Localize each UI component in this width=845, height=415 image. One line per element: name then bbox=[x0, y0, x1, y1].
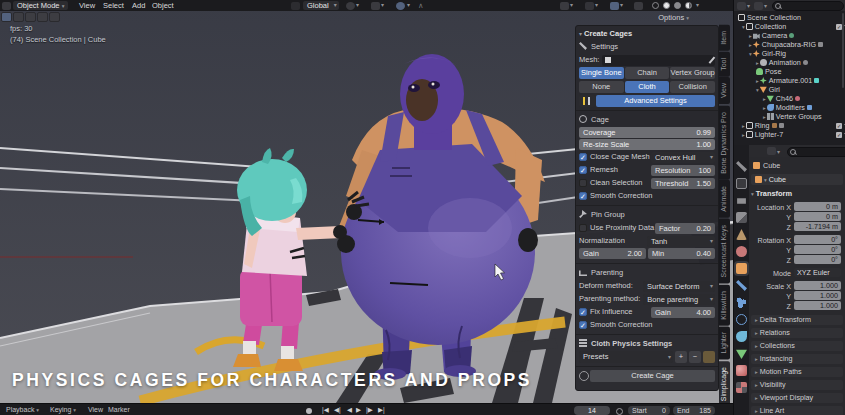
cage-section-header[interactable]: Cage bbox=[579, 114, 715, 126]
tool-icon-5[interactable] bbox=[49, 12, 60, 22]
object-data-icon[interactable] bbox=[736, 348, 747, 359]
rotation-mode-dropdown[interactable]: XYZ Euler bbox=[794, 268, 841, 277]
tool-icon[interactable] bbox=[736, 161, 747, 172]
tab-killswitch[interactable]: Killswitch bbox=[719, 285, 730, 326]
orientation-select[interactable]: Global▾ bbox=[303, 1, 339, 10]
mesh-field[interactable] bbox=[602, 55, 715, 66]
panel-header[interactable]: ▾ Create Cages bbox=[579, 28, 715, 40]
create-cage-button[interactable]: Create Cage bbox=[590, 370, 715, 382]
scale-y-field[interactable]: 1.000 bbox=[794, 291, 841, 300]
menu-select[interactable]: Select bbox=[103, 1, 124, 10]
location-z-field[interactable]: -1.7194 m bbox=[794, 222, 841, 231]
outliner-row-ring[interactable]: ▸Ring ✓ bbox=[734, 121, 845, 130]
gain-field[interactable]: Gain2.00 bbox=[579, 248, 646, 259]
chain-button[interactable]: Chain bbox=[625, 67, 670, 79]
filter-icon[interactable] bbox=[737, 2, 746, 10]
section-instancing[interactable]: ▸Instancing bbox=[751, 354, 843, 364]
cloth-settings-header[interactable]: Cloth Physics Settings bbox=[579, 338, 715, 350]
next-keyframe-button[interactable]: |▶ bbox=[366, 406, 373, 414]
shading-solid-icon[interactable] bbox=[663, 2, 670, 9]
scale-z-field[interactable]: 1.000 bbox=[794, 301, 841, 310]
gizmo-icon[interactable] bbox=[560, 2, 569, 10]
properties-editor-type-icon[interactable] bbox=[767, 147, 776, 155]
section-visibility[interactable]: ▸Visibility bbox=[751, 380, 843, 390]
outliner-row-girl-rig[interactable]: ▾Girl-Rig bbox=[734, 49, 845, 58]
world-icon[interactable] bbox=[736, 246, 747, 257]
eyedropper-icon[interactable] bbox=[708, 56, 714, 63]
section-viewport-display[interactable]: ▸Viewport Display bbox=[751, 393, 843, 403]
jump-end-button[interactable]: ▶| bbox=[378, 406, 385, 414]
tab-simplicage[interactable]: Simplicage bbox=[719, 361, 730, 403]
rotation-z-field[interactable]: 0° bbox=[794, 255, 841, 264]
resolution-field[interactable]: Resolution100 bbox=[651, 165, 715, 176]
overlays-icon[interactable] bbox=[585, 2, 594, 10]
parenting-method-dropdown[interactable]: Bone parenting▾ bbox=[643, 294, 715, 305]
preset-remove-button[interactable]: − bbox=[689, 351, 701, 363]
tab-bone-dynamics-pro[interactable]: Bone Dynamics Pro bbox=[719, 106, 730, 180]
falloff-icon[interactable]: ∧ bbox=[418, 1, 424, 10]
factor-field[interactable]: Factor0.20 bbox=[655, 223, 715, 234]
none-button[interactable]: None bbox=[579, 81, 624, 93]
parenting-smooth-checkbox[interactable]: ✓ bbox=[579, 321, 587, 329]
shading-wireframe-icon[interactable] bbox=[652, 2, 659, 9]
clean-selection-checkbox[interactable] bbox=[579, 179, 587, 187]
coverage-slider[interactable]: Coverage0.99 bbox=[579, 127, 715, 138]
smooth-correction-checkbox[interactable]: ✓ bbox=[579, 192, 587, 200]
cloth-button[interactable]: Cloth bbox=[625, 81, 670, 93]
pivot-point-icon[interactable] bbox=[346, 2, 355, 10]
proportional-editing-icon[interactable] bbox=[396, 2, 405, 10]
active-tool-icon[interactable] bbox=[1, 12, 12, 22]
end-frame-field[interactable]: End185 bbox=[673, 406, 715, 415]
output-icon[interactable] bbox=[736, 195, 747, 206]
outliner-row-animation[interactable]: ▸Animation bbox=[734, 58, 845, 67]
display-mode-icon[interactable] bbox=[754, 2, 763, 10]
section-relations[interactable]: ▸Relations bbox=[751, 328, 843, 338]
location-x-field[interactable]: 0 m bbox=[794, 202, 841, 211]
threshold-field[interactable]: Threshold1.50 bbox=[651, 178, 715, 189]
exclude-checkbox[interactable]: ✓ bbox=[836, 123, 842, 129]
parenting-gain-field[interactable]: Gain4.00 bbox=[651, 307, 715, 318]
view-layer-icon[interactable] bbox=[736, 212, 747, 223]
texture-icon[interactable] bbox=[736, 382, 747, 393]
render-icon[interactable] bbox=[736, 178, 747, 189]
properties-search[interactable] bbox=[787, 147, 845, 157]
mode-select[interactable]: Object Mode ▾ bbox=[13, 1, 68, 10]
viewport-3d[interactable]: Object Mode ▾ View Select Add Object Glo… bbox=[0, 0, 733, 403]
particles-icon[interactable] bbox=[736, 297, 747, 308]
object-icon[interactable] bbox=[736, 263, 747, 274]
record-button[interactable] bbox=[306, 408, 312, 414]
play-button[interactable]: ▶ bbox=[356, 406, 361, 414]
fix-influence-checkbox[interactable]: ✓ bbox=[579, 308, 587, 316]
play-reverse-button[interactable]: ◀ bbox=[347, 406, 352, 414]
outliner-row-modifiers[interactable]: ▸Modifiers bbox=[734, 103, 845, 112]
section-motion-paths[interactable]: ▸Motion Paths bbox=[751, 367, 843, 377]
vertex-group-button[interactable]: Vertex Group bbox=[670, 67, 715, 79]
scene-icon[interactable] bbox=[736, 229, 747, 240]
collision-button[interactable]: Collision bbox=[670, 81, 715, 93]
outliner-row-chupacabra-rig[interactable]: ▸Chupacabra-RIG bbox=[734, 40, 845, 49]
outliner-row-vertex-groups[interactable]: ▸Vertex Groups bbox=[734, 112, 845, 121]
outliner-row-camera[interactable]: ▸Camera bbox=[734, 31, 845, 40]
tab-tool[interactable]: Tool bbox=[719, 52, 730, 77]
menu-add[interactable]: Add bbox=[132, 1, 145, 10]
view-menu[interactable]: View bbox=[88, 406, 103, 413]
menu-object[interactable]: Object bbox=[152, 1, 174, 10]
menu-view[interactable]: View bbox=[79, 1, 95, 10]
min-field[interactable]: Min0.40 bbox=[648, 248, 715, 259]
tab-view[interactable]: View bbox=[719, 77, 730, 104]
physics-icon[interactable] bbox=[736, 314, 747, 325]
scale-x-field[interactable]: 1.000 bbox=[794, 281, 841, 290]
show-gizmos-icon[interactable] bbox=[634, 2, 643, 10]
transform-panel-header[interactable]: ▾ Transform bbox=[751, 189, 792, 198]
close-cage-checkbox[interactable]: ✓ bbox=[579, 153, 587, 161]
resize-scale-slider[interactable]: Re-size Scale1.00 bbox=[579, 139, 715, 150]
section-line-art[interactable]: ▸Line Art bbox=[751, 406, 843, 415]
remesh-checkbox[interactable]: ✓ bbox=[579, 166, 587, 174]
shading-material-icon[interactable] bbox=[674, 2, 681, 9]
outliner-row-collection[interactable]: ▾Collection ✓ bbox=[734, 22, 845, 31]
jump-start-button[interactable]: |◀ bbox=[322, 406, 329, 414]
snap-magnet-icon[interactable] bbox=[371, 2, 380, 10]
object-name-row[interactable]: ▾ Cube bbox=[751, 174, 843, 185]
tool-icon-2[interactable] bbox=[13, 12, 24, 22]
section-delta-transform[interactable]: ▸Delta Transform bbox=[751, 315, 843, 325]
